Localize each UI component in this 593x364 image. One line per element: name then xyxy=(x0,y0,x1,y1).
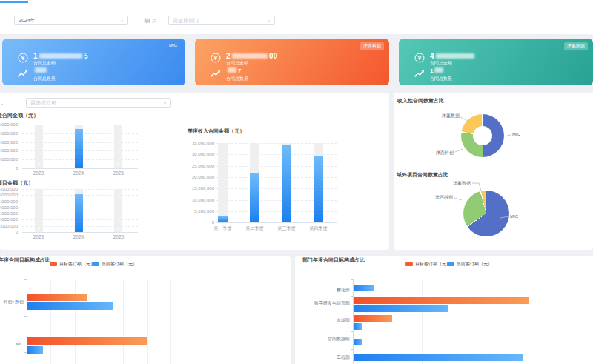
x-tick: 第四季度 xyxy=(307,225,330,232)
card-corner-badge: 沣赢数据 xyxy=(564,42,588,50)
redacted-value xyxy=(35,67,47,73)
axis-tick xyxy=(24,316,27,317)
bar-value-label: 0 xyxy=(35,226,43,231)
x-tick: 2024 xyxy=(67,234,90,239)
y-tick: 80,000,000 xyxy=(0,131,18,136)
x-tick: 第一季度 xyxy=(211,225,234,232)
axis-tick xyxy=(351,279,353,280)
chevron-down-icon: ∨ xyxy=(268,19,271,23)
redacted-value xyxy=(434,67,443,73)
svg-text:¥: ¥ xyxy=(214,55,218,62)
active-tab-indicator[interactable] xyxy=(0,1,28,3)
axis-tick xyxy=(351,296,353,297)
kpi-card-mic: MIC ¥ 15 合同总金额 合同总数量 xyxy=(2,39,185,85)
chart-title-quarterly-income: 季度收入合同金额（元） xyxy=(188,128,245,135)
legend-label-current[interactable]: 当前签订额（元） xyxy=(102,261,137,268)
legend-swatch-target[interactable] xyxy=(405,262,413,266)
x-axis-line xyxy=(216,222,337,223)
y-tick: 5,000,000 xyxy=(182,209,214,214)
bar-current xyxy=(354,323,362,330)
kpi-card-fengying: 沣赢数据 ¥ 4 合同总金额 1 合同总数量 xyxy=(399,39,593,85)
legend-label-target[interactable]: 目标签订额（元） xyxy=(59,261,95,268)
gridline xyxy=(99,279,99,364)
legend-swatch-current[interactable] xyxy=(447,262,454,266)
x-axis-line xyxy=(22,232,138,233)
gridline xyxy=(123,279,124,364)
donut-hole xyxy=(473,126,492,145)
y-tick: 0 xyxy=(0,166,18,171)
bar-current xyxy=(27,346,43,354)
bar-current xyxy=(354,339,362,345)
currency-circulate-icon: ¥ xyxy=(210,52,222,64)
y-tick: 0 xyxy=(0,230,18,234)
kpi-card-fengxi: 沣西科创 ¥ 200 合同总金额 7 合同总数量 xyxy=(195,39,389,85)
x-tick: 2024 xyxy=(67,171,90,176)
y-tick: 20,000,000 xyxy=(0,205,18,210)
bar-q4 xyxy=(314,156,323,222)
y-tick: 60,000,000 xyxy=(0,140,18,145)
bar-value-label: 0 xyxy=(114,226,122,231)
category-label: 数字研发与运营部 xyxy=(305,300,350,307)
year-filter-label: : xyxy=(1,17,3,22)
y-tick: 10,000,000 xyxy=(0,217,18,222)
chart-title-annual-amount: 性合同金额（元） xyxy=(0,112,39,119)
bottom-left-panel xyxy=(0,256,291,364)
redacted-value xyxy=(232,53,268,59)
gridline xyxy=(560,279,560,364)
card-count-value: 7 xyxy=(226,67,241,74)
axis-tick xyxy=(351,314,353,314)
trend-up-icon xyxy=(210,67,222,79)
chart-title-external-count-share: 域外项目合同数量占比 xyxy=(397,171,448,179)
bar-target xyxy=(354,297,529,304)
pie-label-fengxi: 沣西科创 xyxy=(427,194,453,201)
svg-text:¥: ¥ xyxy=(418,55,422,62)
card-count-value xyxy=(33,67,48,74)
gridline xyxy=(147,279,148,364)
gridline xyxy=(50,279,51,364)
pie-label-fengying: 沣赢数据 xyxy=(445,180,471,187)
category-label: 市场部 xyxy=(305,317,350,324)
donut-chart-income-count-share xyxy=(461,114,504,157)
bar-current xyxy=(354,305,448,312)
bar-2024 xyxy=(75,129,83,168)
svg-text:¥: ¥ xyxy=(21,55,25,62)
x-tick: 2023 xyxy=(27,171,50,176)
x-tick: 2025 xyxy=(107,171,130,176)
pie-label-fengxi: 沣西科创 xyxy=(428,150,454,156)
year-select[interactable]: 2024年 ∨ xyxy=(14,16,128,25)
dept-select-placeholder: 请选择部门 xyxy=(173,17,199,24)
bar-value-label: 0 xyxy=(114,162,122,167)
y-tick: 20,000,000 xyxy=(182,175,214,179)
gridline xyxy=(388,279,388,364)
trend-up-icon xyxy=(17,67,29,79)
bar-current xyxy=(27,302,113,310)
axis-tick xyxy=(24,279,27,280)
card-amount-value: 15 xyxy=(33,52,88,60)
card-amount-label: 合同总金额 xyxy=(226,60,248,67)
category-label: 科创+数创 xyxy=(0,299,24,305)
dept-filter-label: 部门: xyxy=(144,17,156,24)
trend-up-icon xyxy=(414,67,425,79)
x-axis-line xyxy=(22,168,138,169)
redacted-value xyxy=(39,53,82,59)
bar-target xyxy=(27,337,147,345)
x-tick: 第三季度 xyxy=(275,225,298,232)
legend-swatch-target[interactable] xyxy=(50,262,57,266)
legend-label-target[interactable]: 目标签订额（元） xyxy=(415,261,451,268)
bar-q3 xyxy=(282,145,291,222)
dept-select[interactable]: 请选择部门 ∨ xyxy=(168,16,275,25)
gridline xyxy=(170,279,171,364)
chart-title-dept-target: 部门年度合同目标构成占比 xyxy=(302,257,365,264)
legend-label-current[interactable]: 当前签订额（元） xyxy=(457,261,492,268)
card-count-label: 合同总数量 xyxy=(430,76,452,82)
redacted-value xyxy=(228,67,236,73)
company-select[interactable]: 请选择公司 ∨ xyxy=(26,98,171,108)
y-tick: 20,000,000 xyxy=(0,157,18,162)
bar-current xyxy=(354,354,523,361)
year-select-value: 2024年 xyxy=(19,17,36,24)
y-tick: 15,000,000 xyxy=(182,186,214,191)
bar-track xyxy=(218,143,228,222)
category-label: 工程部 xyxy=(305,354,350,361)
legend-swatch-current[interactable] xyxy=(92,262,99,266)
card-amount-value: 4 xyxy=(430,52,476,60)
